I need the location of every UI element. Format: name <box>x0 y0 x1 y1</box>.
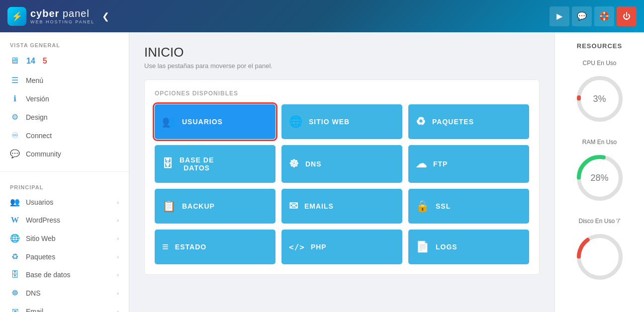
sidebar-item-usuarios[interactable]: 👥 Usuarios › <box>0 193 129 211</box>
usuarios-arrow-icon: › <box>117 199 119 205</box>
sidebar-item-paquetes[interactable]: ♻ Paquetes › <box>0 247 129 266</box>
card-usuarios-label: USUARIOS <box>182 118 223 126</box>
monitor-icon: 🖥 <box>10 56 19 66</box>
card-dns-label: DNS <box>305 160 322 168</box>
ram-resource-item: RAM En Uso 28% <box>562 139 637 205</box>
menu-icon: ☰ <box>10 76 20 85</box>
sidebar-item-design[interactable]: ⚙ Design <box>0 108 129 126</box>
sidebar-email-label: Email <box>26 308 43 312</box>
card-emails-label: EMAILS <box>304 202 334 210</box>
sidebar-principal-section: PRINCIPAL 👥 Usuarios › W WordPress › 🌐 S… <box>0 174 129 312</box>
card-logs-label: LOGS <box>436 243 458 251</box>
content-with-resources: INICIO Use las pestañas para moverse por… <box>129 32 644 312</box>
card-dns-button[interactable]: ☸ DNS <box>281 145 402 183</box>
brand-sub: WEB HOSTING PANEL <box>30 19 94 24</box>
card-ftp-icon: ☁ <box>416 157 427 170</box>
sidebar-wordpress-label: WordPress <box>26 216 60 224</box>
wordpress-arrow-icon: › <box>117 217 119 223</box>
logo: ⚡ cyber panel WEB HOSTING PANEL <box>7 7 94 26</box>
sidebar-toggle-button[interactable]: ❮ <box>99 8 112 24</box>
main-layout: VISTA GENERAL 🖥 14 5 ☰ Menú ℹ Versión ⚙ … <box>0 32 644 312</box>
base-datos-arrow-icon: › <box>117 272 119 278</box>
card-ftp-label: FTP <box>433 160 448 168</box>
card-paquetes-button[interactable]: ♻ PAQUETES <box>408 104 529 139</box>
sidebar-item-connect[interactable]: ♾ Connect <box>0 126 129 145</box>
paquetes-icon: ♻ <box>10 252 20 261</box>
sidebar-usuarios-label: Usuarios <box>26 198 53 206</box>
community-icon: 💬 <box>10 149 20 158</box>
disco-gauge-svg <box>572 230 627 284</box>
sidebar-connect-label: Connect <box>26 132 52 140</box>
card-dns-icon: ☸ <box>289 157 299 170</box>
sidebar-version-label: Versión <box>26 95 49 103</box>
brand-name: cyber panel <box>30 8 94 19</box>
page-title: INICIO <box>144 45 540 60</box>
card-php-button[interactable]: </> PHP <box>281 230 402 264</box>
sidebar-sitio-web-label: Sitio Web <box>26 234 56 242</box>
youtube-button[interactable]: ▶ <box>550 6 569 26</box>
cards-section: OPCIONES DISPONIBLES 👥 USUARIOS 🌐 SITIO … <box>144 79 540 275</box>
cpu-value: 3% <box>593 94 606 104</box>
sidebar-item-community[interactable]: 💬 Community <box>0 145 129 163</box>
header: ⚡ cyber panel WEB HOSTING PANEL ❮ ▶ 💬 🛟 … <box>0 0 644 32</box>
card-base-datos-button[interactable]: 🗄 BASE DEDATOS <box>155 145 276 183</box>
card-sitio-web-button[interactable]: 🌐 SITIO WEB <box>281 104 402 139</box>
sidebar-item-wordpress[interactable]: W WordPress › <box>0 211 129 229</box>
cpu-resource-item: CPU En Uso 3% <box>562 60 637 126</box>
card-backup-icon: 📋 <box>162 200 176 213</box>
card-usuarios-button[interactable]: 👥 USUARIOS <box>155 104 276 139</box>
cpu-gauge: 3% <box>572 72 627 126</box>
sidebar-item-dns[interactable]: ☸ DNS › <box>0 284 129 302</box>
card-ftp-button[interactable]: ☁ FTP <box>408 145 529 183</box>
sidebar-base-datos-label: Base de datos <box>26 271 71 279</box>
card-php-icon: </> <box>289 242 305 252</box>
chat-button[interactable]: 💬 <box>572 6 592 26</box>
base-datos-icon: 🗄 <box>10 270 20 279</box>
logo-icon: ⚡ <box>7 7 26 26</box>
dns-arrow-icon: › <box>117 290 119 296</box>
cards-section-title: OPCIONES DISPONIBLES <box>155 90 529 97</box>
resources-panel: RESOURCES CPU En Uso 3% RAM En Uso <box>554 32 644 312</box>
main-content: INICIO Use las pestañas para moverse por… <box>129 32 554 312</box>
email-arrow-icon: › <box>117 309 119 312</box>
resources-title: RESOURCES <box>562 42 637 50</box>
card-paquetes-icon: ♻ <box>416 115 426 128</box>
card-base-datos-label: BASE DEDATOS <box>180 156 214 172</box>
card-sitio-web-icon: 🌐 <box>289 115 303 128</box>
card-backup-label: BACKUP <box>182 202 215 210</box>
wordpress-icon: W <box>10 216 20 225</box>
card-logs-icon: 📄 <box>416 240 430 253</box>
card-estado-icon: ≡ <box>162 240 169 253</box>
sidebar-community-label: Community <box>26 150 61 158</box>
disco-label: Disco En Uso '/' <box>562 218 637 225</box>
card-ssl-button[interactable]: 🔒 SSL <box>408 189 529 224</box>
card-usuarios-icon: 👥 <box>162 115 176 128</box>
card-ssl-label: SSL <box>436 202 451 210</box>
card-estado-button[interactable]: ≡ ESTADO <box>155 230 276 264</box>
card-paquetes-label: PAQUETES <box>432 118 474 126</box>
paquetes-arrow-icon: › <box>117 254 119 260</box>
card-backup-button[interactable]: 📋 BACKUP <box>155 189 276 224</box>
page-subtitle: Use las pestañas para moverse por el pan… <box>144 62 540 70</box>
header-left: ⚡ cyber panel WEB HOSTING PANEL ❮ <box>7 7 112 26</box>
support-button[interactable]: 🛟 <box>594 6 614 26</box>
card-emails-icon: ✉ <box>289 200 298 213</box>
email-icon: ✉ <box>10 307 20 312</box>
design-icon: ⚙ <box>10 112 20 122</box>
card-logs-button[interactable]: 📄 LOGS <box>408 230 529 264</box>
power-button[interactable]: ⏻ <box>617 6 637 26</box>
card-emails-button[interactable]: ✉ EMAILS <box>281 189 402 224</box>
ram-label: RAM En Uso <box>562 139 637 146</box>
principal-title: PRINCIPAL <box>0 180 129 193</box>
header-right: ▶ 💬 🛟 ⏻ <box>550 6 637 26</box>
sidebar-item-version[interactable]: ℹ Versión <box>0 89 129 108</box>
sidebar-item-menu[interactable]: ☰ Menú <box>0 71 129 89</box>
overview-badges: 🖥 14 5 <box>0 51 129 71</box>
logo-text: cyber panel WEB HOSTING PANEL <box>30 8 94 24</box>
sidebar-item-sitio-web[interactable]: 🌐 Sitio Web › <box>0 229 129 247</box>
badge-count-1: 14 <box>26 57 35 66</box>
dns-icon: ☸ <box>10 288 20 298</box>
version-icon: ℹ <box>10 94 20 103</box>
sidebar-item-base-datos[interactable]: 🗄 Base de datos › <box>0 266 129 284</box>
sidebar-item-email[interactable]: ✉ Email › <box>0 302 129 312</box>
